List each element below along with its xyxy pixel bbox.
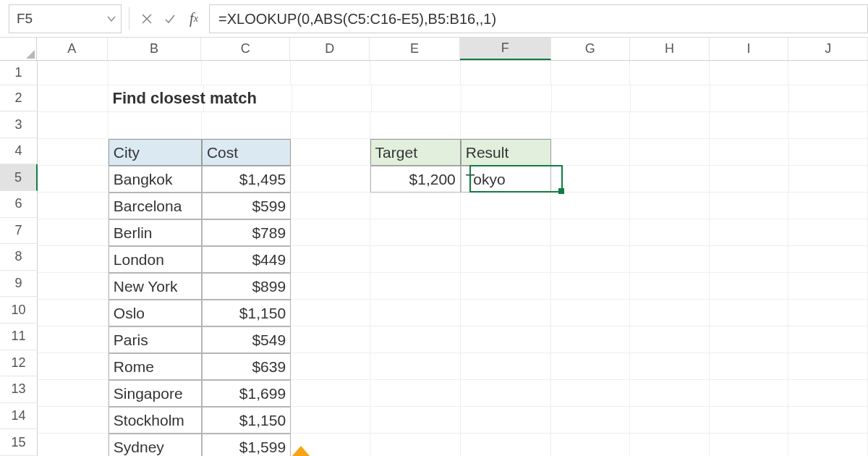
cell-C15[interactable]: $1,599	[202, 434, 291, 456]
cell-G15[interactable]	[551, 434, 631, 456]
cell-C4[interactable]: Cost	[202, 139, 291, 166]
row-6[interactable]: 6	[0, 191, 38, 218]
cell-D3[interactable]	[291, 112, 370, 139]
cell-H14[interactable]	[630, 407, 710, 434]
cell-E13[interactable]	[370, 380, 461, 407]
cell-D11[interactable]	[291, 326, 370, 353]
cell-J6[interactable]	[788, 193, 868, 219]
cell-G7[interactable]	[551, 219, 631, 246]
cell-C10[interactable]: $1,150	[202, 300, 291, 326]
cell-F13[interactable]	[461, 380, 551, 407]
cell-A1[interactable]	[38, 61, 109, 85]
col-I[interactable]: I	[710, 38, 789, 60]
cell-F15[interactable]	[461, 434, 551, 456]
cell-H15[interactable]	[630, 434, 710, 456]
cell-E4[interactable]: Target	[370, 139, 461, 166]
cell-F3[interactable]	[461, 112, 551, 139]
cell-E1[interactable]	[370, 61, 461, 85]
cell-B12[interactable]: Rome	[109, 353, 202, 380]
cell-B3[interactable]	[109, 112, 202, 139]
cell-C11[interactable]: $549	[202, 326, 291, 353]
cell-B2[interactable]: Find closest match	[109, 85, 204, 112]
cell-I6[interactable]	[710, 193, 789, 219]
cell-H6[interactable]	[630, 193, 710, 219]
cell-B14[interactable]: Stockholm	[109, 407, 202, 434]
cell-G3[interactable]	[551, 112, 631, 139]
cell-H3[interactable]	[630, 112, 710, 139]
cell-D4[interactable]	[291, 139, 370, 166]
cell-F2[interactable]	[461, 85, 552, 112]
cell-J5[interactable]	[789, 166, 868, 193]
cell-D7[interactable]	[291, 219, 370, 246]
cell-H13[interactable]	[630, 380, 710, 407]
row-5[interactable]: 5	[0, 164, 38, 191]
cell-C5[interactable]: $1,495	[202, 166, 291, 193]
cell-F10[interactable]	[461, 300, 551, 326]
cell-H2[interactable]	[631, 85, 710, 112]
cell-H5[interactable]	[630, 166, 710, 193]
cell-E11[interactable]	[370, 326, 461, 353]
cell-D2[interactable]	[292, 85, 371, 112]
cell-E14[interactable]	[370, 407, 461, 434]
cell-C8[interactable]: $449	[202, 246, 291, 273]
row-14[interactable]: 14	[0, 403, 38, 430]
row-7[interactable]: 7	[0, 218, 38, 245]
cell-H10[interactable]	[630, 300, 710, 326]
cell-I4[interactable]	[710, 139, 789, 166]
row-8[interactable]: 8	[0, 244, 38, 271]
cells-area[interactable]: Find closest matchCityCostTargetResultBa…	[38, 61, 868, 456]
cell-J12[interactable]	[788, 353, 868, 380]
cell-J9[interactable]	[788, 273, 868, 300]
cell-A8[interactable]	[38, 246, 109, 273]
cell-C1[interactable]	[202, 61, 291, 85]
formula-input[interactable]: =XLOOKUP(0,ABS(C5:C16-E5),B5:B16,,1)	[209, 4, 868, 33]
col-E[interactable]: E	[370, 38, 460, 60]
cancel-icon[interactable]	[137, 9, 157, 29]
cell-B15[interactable]: Sydney	[109, 434, 202, 456]
row-11[interactable]: 11	[0, 324, 38, 350]
cell-F9[interactable]	[461, 273, 551, 300]
check-icon[interactable]	[160, 9, 180, 29]
row-1[interactable]: 1	[0, 61, 38, 85]
cell-C14[interactable]: $1,150	[202, 407, 291, 434]
cell-G11[interactable]	[551, 326, 631, 353]
cell-C7[interactable]: $789	[202, 219, 291, 246]
cell-G2[interactable]	[552, 85, 631, 112]
cell-G5[interactable]	[551, 166, 631, 193]
cell-J1[interactable]	[788, 61, 868, 85]
cell-F14[interactable]	[461, 407, 551, 434]
cell-F6[interactable]	[461, 193, 551, 219]
cell-E6[interactable]	[370, 193, 461, 219]
cell-I12[interactable]	[710, 353, 789, 380]
cell-C12[interactable]: $639	[202, 353, 291, 380]
cell-G14[interactable]	[551, 407, 631, 434]
select-all-corner[interactable]	[0, 38, 37, 60]
cell-A11[interactable]	[38, 326, 109, 353]
cell-G10[interactable]	[551, 300, 631, 326]
row-2[interactable]: 2	[0, 85, 38, 112]
cell-D14[interactable]	[291, 407, 370, 434]
cell-D5[interactable]	[291, 166, 370, 193]
cell-E10[interactable]	[370, 300, 461, 326]
col-H[interactable]: H	[630, 38, 710, 60]
cell-C2[interactable]	[204, 85, 293, 112]
cell-F5[interactable]: Tokyo	[461, 166, 551, 193]
cell-G4[interactable]	[551, 139, 631, 166]
cell-A9[interactable]	[38, 273, 109, 300]
cell-J7[interactable]	[788, 219, 868, 246]
col-F[interactable]: F	[460, 38, 550, 60]
cell-C3[interactable]	[202, 112, 291, 139]
cell-A12[interactable]	[38, 353, 109, 380]
row-10[interactable]: 10	[0, 297, 38, 324]
col-D[interactable]: D	[290, 38, 370, 60]
cell-E3[interactable]	[370, 112, 461, 139]
cell-G6[interactable]	[551, 193, 631, 219]
cell-A13[interactable]	[38, 380, 109, 407]
cell-E9[interactable]	[370, 273, 461, 300]
cell-D9[interactable]	[291, 273, 370, 300]
cell-E8[interactable]	[370, 246, 461, 273]
cell-I3[interactable]	[710, 112, 789, 139]
cell-C9[interactable]: $899	[202, 273, 291, 300]
cell-D6[interactable]	[291, 193, 370, 219]
cell-B10[interactable]: Oslo	[109, 300, 202, 326]
